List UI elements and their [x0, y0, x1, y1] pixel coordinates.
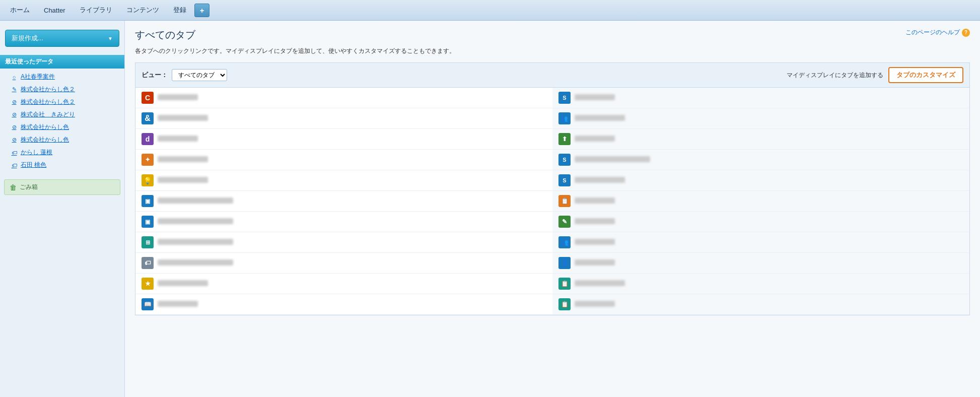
tab-row: 📋 — [552, 294, 969, 315]
customize-tabs-button[interactable]: タブのカスタマイズ — [888, 67, 963, 83]
tab-icon-5-left: ▣ — [142, 195, 154, 207]
tab-icon-9-left: ★ — [142, 278, 154, 290]
tab-name-4-right[interactable] — [575, 177, 625, 184]
help-link-label: このページのヘルプ — [905, 28, 960, 37]
recent-item-3-label: 株式会社 きみどり — [21, 110, 75, 119]
tab-name-10-right[interactable] — [575, 301, 615, 308]
tab-icon-6-left: ▣ — [142, 216, 154, 228]
recent-item-2-icon: ⊘ — [10, 98, 18, 106]
nav-content[interactable]: コンテンツ — [120, 3, 165, 18]
tab-name-0-right[interactable] — [575, 94, 615, 102]
tab-row: 🏷 — [135, 253, 552, 274]
tab-icon-4-left: 💡 — [142, 174, 154, 186]
tab-name-3-left[interactable] — [158, 156, 208, 164]
tab-icon-7-left: ⊞ — [142, 236, 154, 248]
tab-row: S — [552, 150, 969, 170]
tab-name-5-right[interactable] — [575, 197, 615, 205]
tab-name-3-right[interactable] — [575, 156, 650, 164]
tab-icon-10-right: 📋 — [558, 298, 571, 310]
recent-item-6[interactable]: 🏷 からし 蓮根 — [0, 146, 124, 159]
recent-item-6-label: からし 蓮根 — [21, 148, 52, 157]
tab-icon-6-right: ✎ — [558, 216, 571, 228]
recent-item-0-icon: ○ — [10, 73, 18, 81]
new-create-arrow-icon: ▼ — [108, 36, 113, 41]
tab-name-4-left[interactable] — [158, 177, 208, 184]
recent-item-3[interactable]: ⊘ 株式会社 きみどり — [0, 108, 124, 121]
tab-row: 📖 — [135, 294, 552, 315]
tab-icon-10-left: 📖 — [142, 298, 154, 310]
tab-name-2-right[interactable] — [575, 136, 615, 143]
tab-row: ▣ — [135, 191, 552, 212]
page-title: すべてのタブ — [135, 28, 195, 42]
nav-plus-button[interactable]: + — [194, 4, 210, 17]
recent-item-3-icon: ⊘ — [10, 111, 18, 119]
recent-item-4-icon: ⊘ — [10, 123, 18, 131]
page-subtitle: 各タブへのクリックリンクです。マイディスプレイにタブを追加して、使いやすくカスタ… — [135, 47, 970, 55]
tab-name-7-right[interactable] — [575, 239, 615, 246]
tab-row: 👤 — [552, 253, 969, 274]
help-link[interactable]: このページのヘルプ ? — [905, 28, 970, 37]
tab-name-8-right[interactable] — [575, 259, 615, 267]
tab-name-1-left[interactable] — [158, 115, 208, 122]
content-header: すべてのタブ このページのヘルプ ? — [135, 28, 970, 42]
tab-name-2-left[interactable] — [158, 136, 198, 143]
sidebar: 新規作成... ▼ 最近使ったデータ ○ A社春季案件 ✎ 株式会社からし色２ … — [0, 21, 125, 397]
trash-section[interactable]: 🗑 ごみ箱 — [4, 179, 120, 195]
recent-item-4[interactable]: ⊘ 株式会社からし色 — [0, 121, 124, 134]
tab-row: & — [135, 108, 552, 129]
tab-row: ⊞ — [135, 232, 552, 253]
tab-icon-3-right: S — [558, 154, 571, 166]
add-tab-label: マイディスプレイにタブを追加する — [787, 71, 883, 80]
recent-item-2-label: 株式会社からし色２ — [21, 98, 75, 106]
nav-home[interactable]: ホーム — [4, 3, 36, 18]
recent-item-0[interactable]: ○ A社春季案件 — [0, 71, 124, 83]
tab-icon-1-right: 👥 — [558, 112, 571, 124]
recent-item-7[interactable]: 🏷 石田 桃色 — [0, 159, 124, 171]
tab-name-1-right[interactable] — [575, 115, 625, 122]
tab-list: C S & 👥 d — [135, 88, 969, 315]
tab-name-9-left[interactable] — [158, 280, 208, 288]
top-nav: ホーム Chatter ライブラリ コンテンツ 登録 + — [0, 0, 980, 21]
recent-item-2[interactable]: ⊘ 株式会社からし色２ — [0, 96, 124, 108]
nav-register[interactable]: 登録 — [167, 3, 192, 18]
tab-icon-4-right: S — [558, 174, 571, 186]
recent-item-5-icon: ⊘ — [10, 136, 18, 144]
recent-item-6-icon: 🏷 — [10, 149, 18, 157]
tab-name-0-left[interactable] — [158, 94, 198, 102]
new-create-button[interactable]: 新規作成... ▼ — [5, 30, 119, 47]
tab-icon-9-right: 📋 — [558, 278, 571, 290]
tab-row: 📋 — [552, 191, 969, 212]
tab-row: S — [552, 88, 969, 108]
trash-icon: 🗑 — [10, 183, 17, 191]
main-content: すべてのタブ このページのヘルプ ? 各タブへのクリックリンクです。マイディスプ… — [125, 21, 980, 397]
tab-name-10-left[interactable] — [158, 301, 198, 308]
tab-icon-5-right: 📋 — [558, 195, 571, 207]
new-btn-container: 新規作成... ▼ — [0, 26, 124, 51]
tab-name-5-left[interactable] — [158, 197, 233, 205]
tab-list-container: C S & 👥 d — [135, 87, 970, 315]
tab-name-9-right[interactable] — [575, 280, 625, 288]
tab-row: ▣ — [135, 212, 552, 232]
tab-name-6-right[interactable] — [575, 218, 615, 226]
recent-item-1-label: 株式会社からし色２ — [21, 85, 75, 94]
recent-item-5[interactable]: ⊘ 株式会社からし色 — [0, 134, 124, 146]
tab-icon-3-left: ✦ — [142, 154, 154, 166]
tab-name-7-left[interactable] — [158, 239, 233, 246]
tab-row: C — [135, 88, 552, 108]
tab-icon-7-right: 👥 — [558, 236, 571, 248]
tab-row: ⬆ — [552, 129, 969, 150]
recent-item-4-label: 株式会社からし色 — [21, 123, 69, 131]
tab-name-8-left[interactable] — [158, 259, 233, 267]
tab-row: 📋 — [552, 274, 969, 294]
nav-library[interactable]: ライブラリ — [74, 3, 118, 18]
view-select[interactable]: すべてのタブ — [172, 69, 227, 81]
tab-icon-8-left: 🏷 — [142, 257, 154, 269]
main-layout: 新規作成... ▼ 最近使ったデータ ○ A社春季案件 ✎ 株式会社からし色２ … — [0, 21, 980, 397]
view-label: ビュー： — [142, 71, 168, 80]
nav-chatter[interactable]: Chatter — [38, 4, 72, 17]
recent-data-section-title: 最近使ったデータ — [0, 55, 124, 69]
tab-icon-2-right: ⬆ — [558, 133, 571, 145]
recent-item-0-label: A社春季案件 — [21, 73, 55, 81]
recent-item-1[interactable]: ✎ 株式会社からし色２ — [0, 83, 124, 96]
tab-name-6-left[interactable] — [158, 218, 233, 226]
